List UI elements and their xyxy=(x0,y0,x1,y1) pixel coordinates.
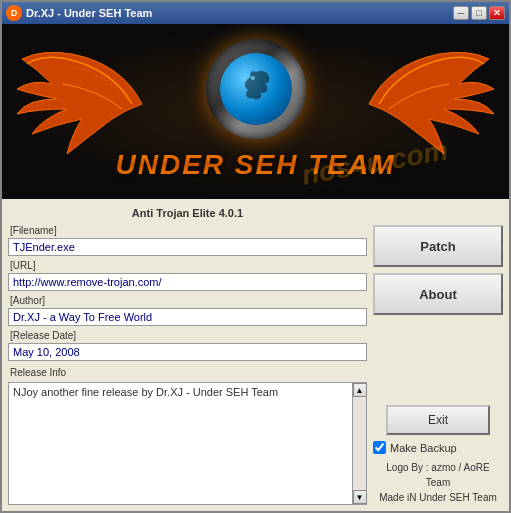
release-info-text: NJoy another fine release by Dr.XJ - Und… xyxy=(9,383,352,504)
make-backup-row: Make Backup xyxy=(373,441,503,454)
app-icon: D xyxy=(6,5,22,21)
filename-label: [Filename] xyxy=(8,224,367,237)
release-date-label: [Release Date] xyxy=(8,329,367,342)
globe xyxy=(206,39,306,139)
make-backup-label: Make Backup xyxy=(390,442,457,454)
author-group: [Author] Dr.XJ - a Way To Free World xyxy=(8,294,367,326)
author-label: [Author] xyxy=(8,294,367,307)
maximize-button[interactable]: □ xyxy=(471,6,487,20)
url-link[interactable]: http://www.remove-trojan.com/ xyxy=(13,276,162,288)
banner: UNDER SEH TEAM nos4u.com xyxy=(2,24,509,199)
filename-value: TJEnder.exe xyxy=(8,238,367,256)
url-group: [URL] http://www.remove-trojan.com/ xyxy=(8,259,367,291)
release-info-label: Release Info xyxy=(8,366,367,379)
content-area: Anti Trojan Elite 4.0.1 [Filename] TJEnd… xyxy=(2,199,509,511)
title-bar: D Dr.XJ - Under SEH Team ─ □ ✕ xyxy=(2,2,509,24)
filename-group: [Filename] TJEnder.exe xyxy=(8,224,367,256)
scrollbar: ▲ ▼ xyxy=(352,383,366,504)
release-date-group: [Release Date] May 10, 2008 xyxy=(8,329,367,361)
close-button[interactable]: ✕ xyxy=(489,6,505,20)
scroll-up-button[interactable]: ▲ xyxy=(353,383,367,397)
about-button[interactable]: About xyxy=(373,273,503,315)
release-date-value: May 10, 2008 xyxy=(8,343,367,361)
patch-button[interactable]: Patch xyxy=(373,225,503,267)
credit-line1: Logo By : azmo / AoRE Team xyxy=(373,460,503,490)
scroll-down-button[interactable]: ▼ xyxy=(353,490,367,504)
author-value: Dr.XJ - a Way To Free World xyxy=(8,308,367,326)
right-panel: Patch About Exit Make Backup Logo By : a… xyxy=(373,205,503,505)
url-label: [URL] xyxy=(8,259,367,272)
minimize-button[interactable]: ─ xyxy=(453,6,469,20)
make-backup-checkbox[interactable] xyxy=(373,441,386,454)
credit-line2: Made iN Under SEH Team xyxy=(373,490,503,505)
svg-point-0 xyxy=(251,76,255,80)
right-wing xyxy=(359,44,499,164)
exit-button[interactable]: Exit xyxy=(386,405,490,435)
left-wing xyxy=(12,44,152,164)
url-value: http://www.remove-trojan.com/ xyxy=(8,273,367,291)
main-window: D Dr.XJ - Under SEH Team ─ □ ✕ xyxy=(0,0,511,513)
credits: Logo By : azmo / AoRE Team Made iN Under… xyxy=(373,460,503,505)
left-panel: Anti Trojan Elite 4.0.1 [Filename] TJEnd… xyxy=(8,205,367,505)
scroll-track xyxy=(353,397,366,490)
banner-team-text: UNDER SEH TEAM xyxy=(116,149,396,181)
window-controls: ─ □ ✕ xyxy=(453,6,505,20)
release-info-box: NJoy another fine release by Dr.XJ - Und… xyxy=(8,382,367,505)
window-title: Dr.XJ - Under SEH Team xyxy=(26,7,453,19)
app-title: Anti Trojan Elite 4.0.1 xyxy=(8,205,367,221)
